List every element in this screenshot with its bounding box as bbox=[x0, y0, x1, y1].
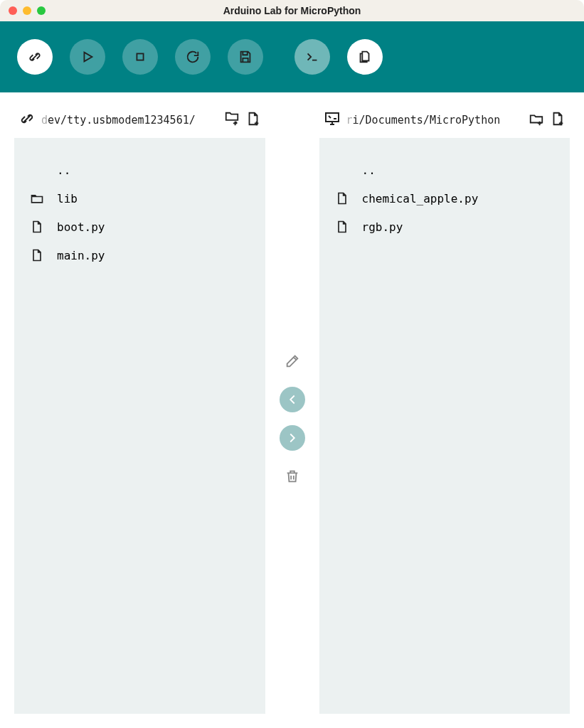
reload-icon bbox=[185, 49, 201, 65]
list-item[interactable]: chemical_apple.py bbox=[332, 184, 558, 213]
run-button[interactable] bbox=[70, 39, 105, 75]
up-entry[interactable]: .. bbox=[332, 156, 558, 184]
folder-plus-icon bbox=[224, 111, 240, 127]
stop-icon bbox=[132, 49, 148, 65]
window-maximize-button[interactable] bbox=[37, 6, 46, 15]
entry-label: chemical_apple.py bbox=[362, 192, 479, 205]
svg-rect-2 bbox=[326, 113, 339, 122]
stop-button[interactable] bbox=[122, 39, 158, 75]
run-group bbox=[70, 39, 211, 75]
transfer-controls bbox=[265, 109, 319, 714]
device-path: dev/tty.usbmodem1234561/ bbox=[41, 114, 218, 127]
file-plus-icon bbox=[550, 111, 566, 127]
svg-marker-0 bbox=[84, 53, 92, 62]
window-title: Arduino Lab for MicroPython bbox=[0, 5, 584, 16]
chevron-right-icon bbox=[285, 430, 300, 446]
file-plus-icon bbox=[245, 111, 261, 127]
file-icon bbox=[30, 248, 44, 262]
plug-icon bbox=[18, 110, 36, 130]
new-folder-button[interactable] bbox=[224, 111, 240, 129]
file-icon bbox=[335, 191, 349, 205]
list-item[interactable]: main.py bbox=[27, 241, 253, 269]
window-minimize-button[interactable] bbox=[23, 6, 31, 15]
svg-rect-1 bbox=[137, 53, 143, 60]
list-item[interactable]: rgb.py bbox=[332, 213, 558, 241]
list-item[interactable]: lib bbox=[27, 184, 253, 213]
content: dev/tty.usbmodem1234561/ .. lib boot.py bbox=[0, 92, 584, 728]
reset-button[interactable] bbox=[175, 39, 211, 75]
local-pane-header: ri/Documents/MicroPython bbox=[319, 109, 570, 138]
local-file-list: .. chemical_apple.py rgb.py bbox=[319, 138, 570, 714]
edit-button[interactable] bbox=[280, 348, 305, 374]
file-icon bbox=[30, 220, 44, 234]
device-pane-header: dev/tty.usbmodem1234561/ bbox=[14, 109, 265, 138]
connect-button[interactable] bbox=[17, 39, 53, 75]
file-icon bbox=[335, 220, 349, 234]
play-icon bbox=[80, 49, 95, 65]
save-button[interactable] bbox=[228, 39, 263, 75]
folder-icon bbox=[30, 191, 44, 205]
list-item[interactable]: boot.py bbox=[27, 213, 253, 241]
entry-label: .. bbox=[362, 164, 376, 177]
local-path: ri/Documents/MicroPython bbox=[346, 114, 524, 127]
entry-label: main.py bbox=[57, 249, 105, 262]
terminal-button[interactable] bbox=[294, 39, 330, 75]
move-left-button[interactable] bbox=[280, 387, 305, 412]
chevron-left-icon bbox=[285, 392, 300, 407]
plug-icon bbox=[27, 49, 43, 65]
entry-label: rgb.py bbox=[362, 220, 403, 234]
move-right-button[interactable] bbox=[280, 425, 305, 451]
delete-button[interactable] bbox=[280, 464, 305, 489]
save-icon bbox=[238, 49, 253, 65]
entry-label: lib bbox=[57, 192, 78, 205]
up-entry[interactable]: .. bbox=[27, 156, 253, 184]
device-file-list: .. lib boot.py main.py bbox=[14, 138, 265, 714]
new-folder-button[interactable] bbox=[529, 111, 544, 129]
folder-plus-icon bbox=[529, 111, 544, 127]
toolbar bbox=[0, 21, 584, 92]
titlebar: Arduino Lab for MicroPython bbox=[0, 0, 584, 21]
terminal-icon bbox=[304, 49, 320, 65]
traffic-lights bbox=[0, 6, 46, 15]
monitor-icon bbox=[324, 110, 341, 130]
trash-icon bbox=[285, 469, 300, 484]
copy-file-icon bbox=[357, 49, 373, 65]
entry-label: .. bbox=[57, 164, 70, 177]
entry-label: boot.py bbox=[57, 220, 105, 234]
files-button[interactable] bbox=[347, 39, 383, 75]
view-group bbox=[294, 39, 383, 75]
edit-icon bbox=[285, 353, 300, 369]
new-file-button[interactable] bbox=[550, 111, 566, 129]
local-pane: ri/Documents/MicroPython .. chemical_app… bbox=[319, 109, 570, 714]
window-close-button[interactable] bbox=[9, 6, 17, 15]
new-file-button[interactable] bbox=[245, 111, 261, 129]
device-pane: dev/tty.usbmodem1234561/ .. lib boot.py bbox=[14, 109, 265, 714]
